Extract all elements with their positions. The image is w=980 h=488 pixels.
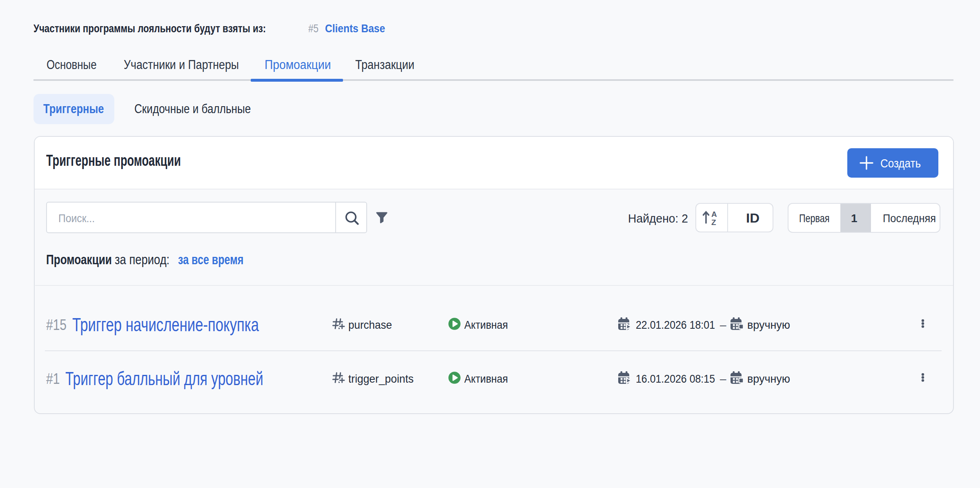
svg-text:A: A (711, 210, 717, 218)
svg-text:Z: Z (711, 218, 716, 227)
